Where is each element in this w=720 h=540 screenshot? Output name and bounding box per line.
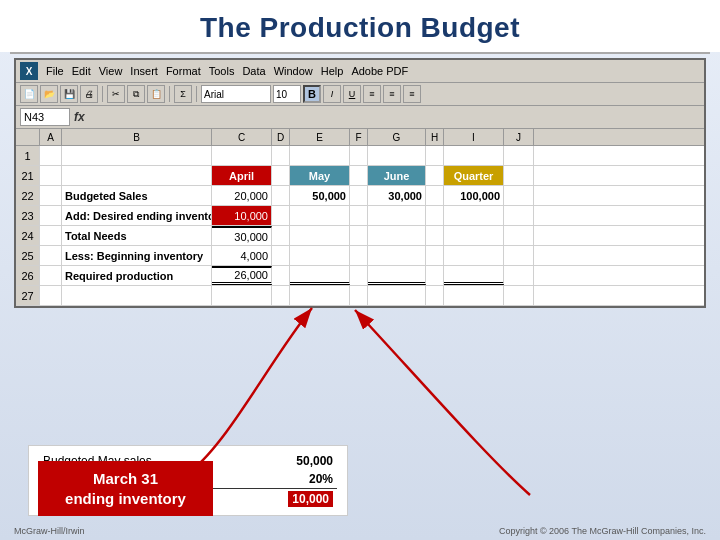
align-center[interactable]: ≡ bbox=[383, 85, 401, 103]
cell-budgeted-sales-label[interactable]: Budgeted Sales bbox=[62, 186, 212, 205]
cell-27g[interactable] bbox=[368, 286, 426, 305]
menu-adobe[interactable]: Adobe PDF bbox=[351, 65, 408, 77]
cell-budgeted-sales-may[interactable]: 50,000 bbox=[290, 186, 350, 205]
cell-26d[interactable] bbox=[272, 266, 290, 285]
cell-27h[interactable] bbox=[426, 286, 444, 305]
cell-1f[interactable] bbox=[350, 146, 368, 165]
cell-24j[interactable] bbox=[504, 226, 534, 245]
cell-budgeted-sales-june[interactable]: 30,000 bbox=[368, 186, 426, 205]
cell-26j[interactable] bbox=[504, 266, 534, 285]
cell-1g[interactable] bbox=[368, 146, 426, 165]
menu-tools[interactable]: Tools bbox=[209, 65, 235, 77]
cell-required-production-may[interactable] bbox=[290, 266, 350, 285]
cell-budgeted-sales-quarter[interactable]: 100,000 bbox=[444, 186, 504, 205]
toolbar-open[interactable]: 📂 bbox=[40, 85, 58, 103]
cell-21f[interactable] bbox=[350, 166, 368, 185]
cell-25f[interactable] bbox=[350, 246, 368, 265]
cell-21h[interactable] bbox=[426, 166, 444, 185]
cell-less-beginning-quarter[interactable] bbox=[444, 246, 504, 265]
cell-23f[interactable] bbox=[350, 206, 368, 225]
cell-25j[interactable] bbox=[504, 246, 534, 265]
cell-24d[interactable] bbox=[272, 226, 290, 245]
cell-1c[interactable] bbox=[212, 146, 272, 165]
menu-edit[interactable]: Edit bbox=[72, 65, 91, 77]
cell-22f[interactable] bbox=[350, 186, 368, 205]
cell-27c[interactable] bbox=[212, 286, 272, 305]
cell-22j[interactable] bbox=[504, 186, 534, 205]
cell-1h[interactable] bbox=[426, 146, 444, 165]
cell-26a[interactable] bbox=[40, 266, 62, 285]
cell-1a[interactable] bbox=[40, 146, 62, 165]
cell-april-header[interactable]: April bbox=[212, 166, 272, 185]
cell-27e[interactable] bbox=[290, 286, 350, 305]
cell-less-beginning-may[interactable] bbox=[290, 246, 350, 265]
cell-desired-ending-april[interactable]: 10,000 bbox=[212, 206, 272, 225]
cell-may-header[interactable]: May bbox=[290, 166, 350, 185]
align-left[interactable]: ≡ bbox=[363, 85, 381, 103]
cell-required-production-quarter[interactable] bbox=[444, 266, 504, 285]
cell-21j[interactable] bbox=[504, 166, 534, 185]
cell-23j[interactable] bbox=[504, 206, 534, 225]
cell-required-production-april[interactable]: 26,000 bbox=[212, 266, 272, 285]
cell-27f[interactable] bbox=[350, 286, 368, 305]
underline-button[interactable]: U bbox=[343, 85, 361, 103]
cell-21a[interactable] bbox=[40, 166, 62, 185]
align-right[interactable]: ≡ bbox=[403, 85, 421, 103]
cell-required-production-label[interactable]: Required production bbox=[62, 266, 212, 285]
cell-23h[interactable] bbox=[426, 206, 444, 225]
cell-21d[interactable] bbox=[272, 166, 290, 185]
cell-1i[interactable] bbox=[444, 146, 504, 165]
menu-window[interactable]: Window bbox=[274, 65, 313, 77]
cell-less-beginning-april[interactable]: 4,000 bbox=[212, 246, 272, 265]
cell-desired-ending-label[interactable]: Add: Desired ending inventory bbox=[62, 206, 212, 225]
cell-27i[interactable] bbox=[444, 286, 504, 305]
cell-1b[interactable] bbox=[62, 146, 212, 165]
menu-help[interactable]: Help bbox=[321, 65, 344, 77]
cell-22a[interactable] bbox=[40, 186, 62, 205]
cell-27j[interactable] bbox=[504, 286, 534, 305]
menu-data[interactable]: Data bbox=[242, 65, 265, 77]
cell-total-needs-may[interactable] bbox=[290, 226, 350, 245]
cell-1e[interactable] bbox=[290, 146, 350, 165]
cell-quarter-header[interactable]: Quarter bbox=[444, 166, 504, 185]
cell-25a[interactable] bbox=[40, 246, 62, 265]
cell-24h[interactable] bbox=[426, 226, 444, 245]
cell-less-beginning-label[interactable]: Less: Beginning inventory bbox=[62, 246, 212, 265]
bold-button[interactable]: B bbox=[303, 85, 321, 103]
cell-total-needs-april[interactable]: 30,000 bbox=[212, 226, 272, 245]
cell-june-header[interactable]: June bbox=[368, 166, 426, 185]
toolbar-new[interactable]: 📄 bbox=[20, 85, 38, 103]
font-selector[interactable]: Arial bbox=[201, 85, 271, 103]
cell-total-needs-june[interactable] bbox=[368, 226, 426, 245]
cell-1j[interactable] bbox=[504, 146, 534, 165]
toolbar-cut[interactable]: ✂ bbox=[107, 85, 125, 103]
cell-22h[interactable] bbox=[426, 186, 444, 205]
cell-26f[interactable] bbox=[350, 266, 368, 285]
menu-insert[interactable]: Insert bbox=[130, 65, 158, 77]
cell-24f[interactable] bbox=[350, 226, 368, 245]
italic-button[interactable]: I bbox=[323, 85, 341, 103]
cell-23a[interactable] bbox=[40, 206, 62, 225]
cell-27d[interactable] bbox=[272, 286, 290, 305]
cell-reference[interactable]: N43 bbox=[20, 108, 70, 126]
cell-required-production-june[interactable] bbox=[368, 266, 426, 285]
cell-24a[interactable] bbox=[40, 226, 62, 245]
cell-25h[interactable] bbox=[426, 246, 444, 265]
toolbar-sum[interactable]: Σ bbox=[174, 85, 192, 103]
toolbar-print[interactable]: 🖨 bbox=[80, 85, 98, 103]
menu-format[interactable]: Format bbox=[166, 65, 201, 77]
cell-23d[interactable] bbox=[272, 206, 290, 225]
cell-27a[interactable] bbox=[40, 286, 62, 305]
menu-file[interactable]: File bbox=[46, 65, 64, 77]
cell-1d[interactable] bbox=[272, 146, 290, 165]
toolbar-save[interactable]: 💾 bbox=[60, 85, 78, 103]
toolbar-copy[interactable]: ⧉ bbox=[127, 85, 145, 103]
cell-total-needs-quarter[interactable] bbox=[444, 226, 504, 245]
cell-total-needs-label[interactable]: Total Needs bbox=[62, 226, 212, 245]
cell-25d[interactable] bbox=[272, 246, 290, 265]
cell-budgeted-sales-april[interactable]: 20,000 bbox=[212, 186, 272, 205]
menu-view[interactable]: View bbox=[99, 65, 123, 77]
toolbar-paste[interactable]: 📋 bbox=[147, 85, 165, 103]
font-size-selector[interactable]: 10 bbox=[273, 85, 301, 103]
cell-22d[interactable] bbox=[272, 186, 290, 205]
